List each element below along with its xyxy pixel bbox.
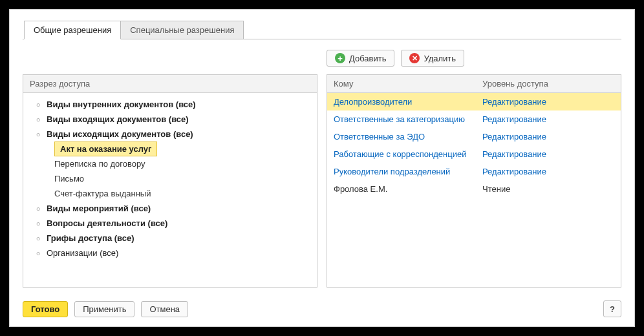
plus-icon: + [335, 53, 345, 63]
grid-body: ДелопроизводителиРедактированиеОтветстве… [327, 93, 621, 198]
tree-child[interactable]: Акт на оказание услуг [54, 142, 157, 156]
grid-cell-who[interactable]: Ответственные за категоризацию [327, 110, 476, 128]
ok-button[interactable]: Готово [23, 301, 68, 317]
tree-row-label: Организации (все) [47, 248, 118, 258]
permissions-window: Общие разрешения Специальные разрешения … [9, 9, 635, 327]
tree-row-label: Виды входящих документов (все) [47, 114, 189, 124]
grid-row[interactable]: ДелопроизводителиРедактирование [327, 93, 621, 110]
tree-expand-icon[interactable]: ○ [34, 101, 43, 109]
grid-cell-who[interactable]: Руководители подразделений [327, 163, 476, 180]
tab-bar: Общие разрешения Специальные разрешения [24, 20, 634, 39]
grid-cell-level[interactable]: Редактирование [476, 110, 621, 128]
grid-header: Кому Уровень доступа [327, 75, 621, 93]
tree-child[interactable]: Письмо [26, 171, 314, 186]
footer: Готово Применить Отмена ? [10, 294, 634, 326]
grid-cell-level[interactable]: Редактирование [476, 128, 621, 145]
tab-general[interactable]: Общие разрешения [24, 21, 121, 39]
grid-cell-who: Фролова Е.М. [327, 180, 476, 198]
tree-row[interactable]: ○Виды внутренних документов (все) [26, 97, 314, 112]
tree-row-label: Вопросы деятельности (все) [47, 218, 167, 228]
access-tree: ○Виды внутренних документов (все)○Виды в… [23, 93, 317, 264]
access-tree-header: Разрез доступа [23, 75, 317, 93]
tree-row-label: Грифы доступа (все) [47, 233, 134, 243]
delete-button[interactable]: ✕ Удалить [401, 50, 464, 67]
tree-row[interactable]: ○Виды входящих документов (все) [26, 112, 314, 127]
tree-row[interactable]: ○Виды мероприятий (все) [26, 201, 314, 216]
tree-child[interactable]: Переписка по договору [26, 156, 314, 171]
cancel-button[interactable]: Отмена [141, 301, 188, 317]
help-button[interactable]: ? [603, 300, 621, 317]
tree-expand-icon[interactable]: ○ [34, 220, 43, 227]
tree-row[interactable]: ○Виды исходящих документов (все) [26, 127, 314, 142]
grid-row[interactable]: Ответственные за ЭДОРедактирование [327, 128, 621, 145]
tree-child[interactable]: Счет-фактура выданный [26, 186, 314, 201]
tree-expand-icon[interactable]: ○ [34, 235, 43, 242]
grid-col-level: Уровень доступа [476, 75, 621, 92]
grid-cell-level: Чтение [476, 180, 621, 198]
add-button[interactable]: + Добавить [327, 50, 394, 67]
tree-row-label: Виды внутренних документов (все) [47, 100, 196, 109]
apply-button[interactable]: Применить [74, 301, 134, 317]
tree-expand-icon[interactable]: ○ [34, 205, 43, 213]
grid-cell-level[interactable]: Редактирование [476, 145, 621, 163]
grid-cell-level[interactable]: Редактирование [476, 163, 621, 180]
grid-col-who: Кому [327, 75, 476, 92]
add-button-label: Добавить [349, 54, 386, 63]
tab-special[interactable]: Специальные разрешения [121, 21, 244, 39]
right-toolbar: + Добавить ✕ Удалить [327, 48, 621, 68]
tree-row[interactable]: ○Вопросы деятельности (все) [26, 216, 314, 231]
grid-row[interactable]: Ответственные за категоризациюРедактиров… [327, 110, 621, 128]
grid-cell-who[interactable]: Делопроизводители [327, 93, 476, 110]
tree-expand-icon[interactable]: ○ [34, 249, 43, 257]
tree-row-label: Виды исходящих документов (все) [47, 129, 193, 139]
grid-cell-who[interactable]: Ответственные за ЭДО [327, 128, 476, 145]
tree-expand-icon[interactable]: ○ [34, 116, 43, 123]
grid-cell-who[interactable]: Работающие с корреспонденцией [327, 145, 476, 163]
tree-expand-icon[interactable]: ○ [34, 131, 43, 138]
grid-row[interactable]: Работающие с корреспонденциейРедактирова… [327, 145, 621, 163]
tree-row-label: Виды мероприятий (все) [47, 204, 151, 213]
tree-row[interactable]: ○Грифы доступа (все) [26, 231, 314, 246]
grid-row[interactable]: Фролова Е.М.Чтение [327, 180, 621, 198]
access-tree-panel: Разрез доступа ○Виды внутренних документ… [23, 74, 317, 288]
tree-row[interactable]: ○Организации (все) [26, 246, 314, 260]
grid-row[interactable]: Руководители подразделенийРедактирование [327, 163, 621, 180]
access-grid-panel: Кому Уровень доступа ДелопроизводителиРе… [327, 74, 621, 288]
grid-cell-level[interactable]: Редактирование [476, 93, 621, 110]
delete-button-label: Удалить [424, 54, 456, 63]
x-icon: ✕ [409, 53, 420, 63]
